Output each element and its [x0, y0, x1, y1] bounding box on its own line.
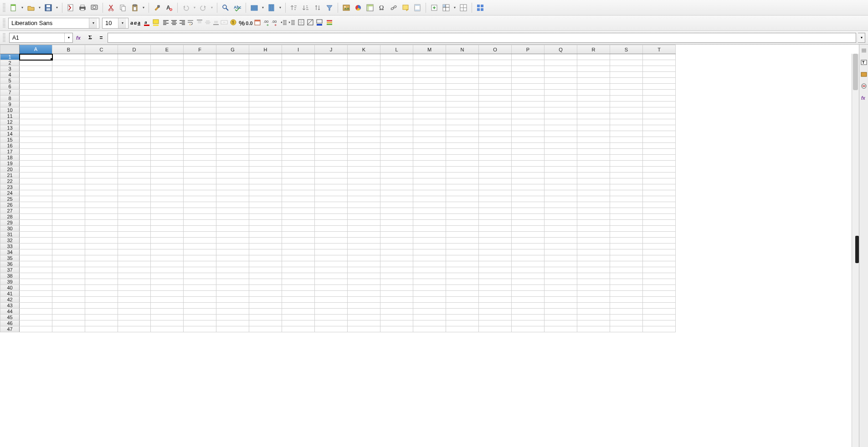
cell-H21[interactable] [249, 173, 282, 178]
cell-B29[interactable] [52, 220, 85, 226]
cell-F12[interactable] [184, 119, 216, 125]
cell-P41[interactable] [512, 291, 544, 297]
cell-E12[interactable] [151, 119, 184, 125]
cell-R23[interactable] [577, 184, 610, 190]
cell-A32[interactable] [20, 238, 52, 244]
name-box[interactable] [9, 33, 73, 43]
cell-N26[interactable] [446, 202, 479, 208]
cell-O46[interactable] [479, 320, 512, 326]
cell-J11[interactable] [315, 113, 348, 119]
cell-N23[interactable] [446, 184, 479, 190]
font-name-dropdown-arrow[interactable] [89, 18, 97, 28]
cell-G2[interactable] [216, 60, 249, 66]
cell-F45[interactable] [184, 315, 216, 320]
sort-desc-button[interactable] [300, 2, 311, 13]
cell-A38[interactable] [20, 273, 52, 279]
cell-Q5[interactable] [544, 78, 577, 84]
sort-button[interactable] [312, 2, 323, 13]
row-header-21[interactable]: 21 [0, 173, 20, 178]
cell-N12[interactable] [446, 119, 479, 125]
cell-N45[interactable] [446, 315, 479, 320]
cell-P32[interactable] [512, 238, 544, 244]
column-header-S[interactable]: S [610, 45, 643, 54]
cell-S27[interactable] [610, 208, 643, 214]
cell-Q40[interactable] [544, 285, 577, 291]
cell-M42[interactable] [413, 297, 446, 303]
cell-C15[interactable] [85, 137, 118, 143]
cell-O23[interactable] [479, 184, 512, 190]
cell-H34[interactable] [249, 249, 282, 255]
cell-L2[interactable] [380, 60, 413, 66]
cell-A27[interactable] [20, 208, 52, 214]
cell-D4[interactable] [118, 72, 151, 78]
align-vcenter-button[interactable] [204, 19, 211, 27]
cell-L6[interactable] [380, 84, 413, 90]
cell-P45[interactable] [512, 315, 544, 320]
cell-D21[interactable] [118, 173, 151, 178]
cell-E45[interactable] [151, 315, 184, 320]
cell-N14[interactable] [446, 131, 479, 137]
cell-F15[interactable] [184, 137, 216, 143]
cell-C44[interactable] [85, 309, 118, 315]
cell-L39[interactable] [380, 279, 413, 285]
cell-B39[interactable] [52, 279, 85, 285]
cell-M29[interactable] [413, 220, 446, 226]
cell-E8[interactable] [151, 96, 184, 102]
cell-O10[interactable] [479, 107, 512, 113]
cell-J33[interactable] [315, 244, 348, 249]
cell-T12[interactable] [643, 119, 676, 125]
cell-M41[interactable] [413, 291, 446, 297]
properties-panel-icon[interactable]: T [860, 58, 868, 66]
cell-B47[interactable] [52, 326, 85, 332]
column-header-J[interactable]: J [315, 45, 348, 54]
cell-Q45[interactable] [544, 315, 577, 320]
cell-B42[interactable] [52, 297, 85, 303]
cell-N41[interactable] [446, 291, 479, 297]
cell-M35[interactable] [413, 255, 446, 261]
cell-K14[interactable] [348, 131, 380, 137]
cell-S3[interactable] [610, 66, 643, 72]
row-header-40[interactable]: 40 [0, 285, 20, 291]
cell-M47[interactable] [413, 326, 446, 332]
cell-B31[interactable] [52, 232, 85, 238]
cell-F25[interactable] [184, 196, 216, 202]
cell-P26[interactable] [512, 202, 544, 208]
cell-J47[interactable] [315, 326, 348, 332]
cell-J10[interactable] [315, 107, 348, 113]
cell-I41[interactable] [282, 291, 315, 297]
cell-Q22[interactable] [544, 178, 577, 184]
cell-E3[interactable] [151, 66, 184, 72]
cell-B14[interactable] [52, 131, 85, 137]
row-header-22[interactable]: 22 [0, 178, 20, 184]
cell-N35[interactable] [446, 255, 479, 261]
cell-A20[interactable] [20, 167, 52, 173]
cell-S21[interactable] [610, 173, 643, 178]
cell-T46[interactable] [643, 320, 676, 326]
cell-O8[interactable] [479, 96, 512, 102]
cell-S7[interactable] [610, 90, 643, 96]
cell-S33[interactable] [610, 244, 643, 249]
navigator-panel-icon[interactable]: fx [860, 94, 868, 102]
cell-R9[interactable] [577, 102, 610, 107]
row-header-9[interactable]: 9 [0, 102, 20, 107]
cell-F35[interactable] [184, 255, 216, 261]
cell-J21[interactable] [315, 173, 348, 178]
cell-E22[interactable] [151, 178, 184, 184]
cell-S24[interactable] [610, 190, 643, 196]
cell-D19[interactable] [118, 161, 151, 167]
cell-H5[interactable] [249, 78, 282, 84]
cell-L30[interactable] [380, 226, 413, 232]
cell-F29[interactable] [184, 220, 216, 226]
cell-L32[interactable] [380, 238, 413, 244]
cell-Q15[interactable] [544, 137, 577, 143]
cell-N30[interactable] [446, 226, 479, 232]
cell-P6[interactable] [512, 84, 544, 90]
cell-A26[interactable] [20, 202, 52, 208]
cell-D6[interactable] [118, 84, 151, 90]
row-header-26[interactable]: 26 [0, 202, 20, 208]
cell-G8[interactable] [216, 96, 249, 102]
cell-K32[interactable] [348, 238, 380, 244]
find-replace-button[interactable] [220, 2, 231, 13]
print-preview-button[interactable] [89, 2, 100, 13]
row-header-17[interactable]: 17 [0, 149, 20, 155]
